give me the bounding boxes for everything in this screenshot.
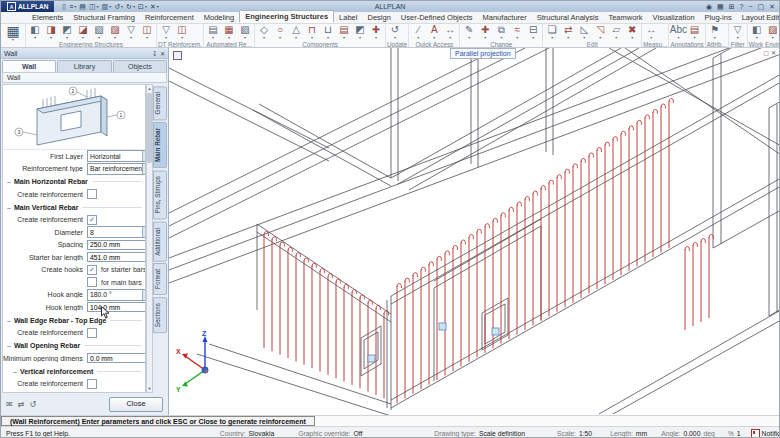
collapse-icon[interactable]: – bbox=[7, 317, 11, 324]
engineering-structures-tool-4-icon[interactable]: ◪▾ bbox=[75, 24, 91, 40]
dropdown-caret-icon[interactable]: ▾ bbox=[375, 36, 377, 40]
viewport-menu-icon[interactable] bbox=[173, 51, 182, 60]
dropdown-caret-icon[interactable]: ▾ bbox=[714, 36, 716, 40]
dropdown-caret-icon[interactable]: ▾ bbox=[50, 36, 52, 40]
main-horizontal-rebar-section[interactable]: –Main Horizontal Rebar bbox=[3, 175, 145, 188]
dropdown-caret-icon[interactable]: ▾ bbox=[772, 36, 774, 40]
work-environment-tool-2-icon[interactable]: ▨▾ bbox=[765, 24, 779, 40]
reinforcement-type-select[interactable]: Bar reinforcement▾ bbox=[87, 163, 146, 175]
change-tool-1-icon[interactable]: ✎▾ bbox=[461, 24, 477, 40]
dropdown-caret-icon[interactable]: ▾ bbox=[359, 36, 361, 40]
menu-tab-reinforcement[interactable]: Reinforcement bbox=[140, 12, 199, 23]
edit-tool-4-icon[interactable]: ◹▾ bbox=[592, 24, 608, 40]
create-hooks-main-checkbox[interactable] bbox=[87, 277, 97, 287]
menu-tab-layout-editor[interactable]: Layout Editor bbox=[737, 12, 780, 23]
minimum-opening-dimension-input[interactable] bbox=[87, 353, 146, 363]
dropdown-caret-icon[interactable]: ▾ bbox=[98, 36, 100, 40]
notifications-button[interactable]: Notifications bbox=[751, 429, 780, 438]
dropdown-caret-icon[interactable]: ▾ bbox=[468, 36, 470, 40]
edit-tool-5-icon[interactable]: ▱▾ bbox=[608, 24, 624, 40]
pin-icon[interactable]: ↧ bbox=[152, 50, 157, 57]
menu-tab-elements[interactable]: Elements bbox=[27, 12, 68, 23]
components-tool-7-icon[interactable]: ◩▾ bbox=[352, 24, 368, 40]
change-tool-5-icon[interactable]: ⊟▾ bbox=[525, 24, 541, 40]
wer-create-reinforcement-checkbox[interactable] bbox=[87, 328, 97, 338]
dropdown-caret-icon[interactable]: ▾ bbox=[146, 36, 148, 40]
dropdown-caret-icon[interactable]: ▾ bbox=[311, 36, 313, 40]
first-layer-select[interactable]: Horizontal▾ bbox=[87, 150, 146, 162]
edit-tool-2-icon[interactable]: ⇄▾ bbox=[560, 24, 576, 40]
dropdown-caret-icon[interactable]: ▾ bbox=[244, 36, 246, 40]
dropdown-caret-icon[interactable]: ▾ bbox=[737, 36, 739, 40]
hook-length-input[interactable] bbox=[87, 302, 146, 312]
mvr-create-reinforcement-checkbox[interactable]: ✓ bbox=[87, 215, 97, 225]
engineering-structures-tool-6-icon[interactable]: ▨▾ bbox=[107, 24, 123, 40]
vr-create-reinforcement-checkbox[interactable] bbox=[87, 379, 97, 389]
palette-close-icon[interactable]: ✕ bbox=[160, 50, 165, 57]
dropdown-caret-icon[interactable]: ▾ bbox=[650, 36, 652, 40]
annotations-tool-2-icon[interactable]: ▤▾ bbox=[686, 24, 702, 40]
dropdown-caret-icon[interactable]: ▾ bbox=[279, 36, 281, 40]
mhr-create-reinforcement-checkbox[interactable] bbox=[87, 189, 97, 199]
menu-tab-visualization[interactable]: Visualization bbox=[648, 12, 700, 23]
components-tool-8-icon[interactable]: ✚▾ bbox=[368, 24, 384, 40]
components-tool-4-icon[interactable]: ⊓▾ bbox=[304, 24, 320, 40]
attributes-tool-1-icon[interactable]: ⚑▾ bbox=[707, 24, 723, 40]
side-tab-general[interactable]: General bbox=[153, 86, 167, 120]
menu-tab-design[interactable]: Design bbox=[362, 12, 395, 23]
handle-left-window[interactable] bbox=[368, 355, 375, 362]
menu-tab-plug-ins[interactable]: Plug-ins bbox=[700, 12, 737, 23]
quick-access-tool-2-icon[interactable]: A▾ bbox=[426, 24, 442, 40]
create-hooks-starter-checkbox[interactable]: ✓ bbox=[87, 265, 97, 275]
automated-reinforcement-tool-3-icon[interactable]: ▧▾ bbox=[237, 24, 253, 40]
dropdown-caret-icon[interactable]: ▾ bbox=[417, 36, 419, 40]
dropdown-caret-icon[interactable]: ▾ bbox=[343, 36, 345, 40]
engineering-structures-tool-3-icon[interactable]: ◩▾ bbox=[59, 24, 75, 40]
vertical-reinforcement-section[interactable]: –Vertical reinforcement bbox=[3, 365, 145, 378]
dropdown-caret-icon[interactable]: ▾ bbox=[394, 36, 396, 40]
dropdown-caret-icon[interactable]: ▾ bbox=[228, 36, 230, 40]
wall-tool-tool-1-icon[interactable]: ▦▾ bbox=[2, 24, 24, 42]
scroll-up-icon[interactable]: ▲ bbox=[147, 85, 152, 92]
quick-access-tool-3-icon[interactable]: ↔▾ bbox=[442, 24, 458, 40]
transfer-icon[interactable]: ⇄ bbox=[18, 400, 25, 409]
hook-angle-select[interactable]: 180.0 °▾ bbox=[87, 289, 146, 301]
automated-reinforcement-tool-2-icon[interactable]: ▦▾ bbox=[221, 24, 237, 40]
dt-reinforcement-tool-2-icon[interactable]: ◫▾ bbox=[174, 24, 190, 40]
dt-reinforcement-tool-1-icon[interactable]: ▽▾ bbox=[158, 24, 174, 40]
dropdown-caret-icon[interactable]: ▾ bbox=[130, 36, 132, 40]
diameter-select[interactable]: 8▾ bbox=[87, 226, 146, 238]
quick-access-tool-1-icon[interactable]: ∕▾ bbox=[410, 24, 426, 40]
wall-opening-rebar-section[interactable]: –Wall Opening Rebar bbox=[3, 339, 145, 352]
components-tool-2-icon[interactable]: ○▾ bbox=[272, 24, 288, 40]
main-vertical-rebar-section[interactable]: –Main Vertical Rebar bbox=[3, 201, 145, 214]
dropdown-caret-icon[interactable]: ▾ bbox=[12, 38, 14, 42]
dropdown-caret-icon[interactable]: ▾ bbox=[516, 36, 518, 40]
engineering-structures-tool-1-icon[interactable]: ◧▾ bbox=[27, 24, 43, 40]
dropdown-caret-icon[interactable]: ▾ bbox=[114, 36, 116, 40]
scrollbar-thumb[interactable] bbox=[147, 93, 152, 163]
palette-header[interactable]: Wall ↧ ✕ bbox=[1, 48, 168, 59]
dropdown-caret-icon[interactable]: ▾ bbox=[615, 36, 617, 40]
dropdown-caret-icon[interactable]: ▾ bbox=[693, 36, 695, 40]
dropdown-caret-icon[interactable]: ▾ bbox=[532, 36, 534, 40]
dropdown-caret-icon[interactable]: ▾ bbox=[181, 36, 183, 40]
update-tool-1-icon[interactable]: ↺▾ bbox=[387, 24, 403, 40]
edit-tool-1-icon[interactable]: ❏▾ bbox=[544, 24, 560, 40]
palette-tab-library[interactable]: Library bbox=[57, 60, 111, 72]
undo-icon[interactable]: ↺ bbox=[29, 400, 36, 409]
change-tool-2-icon[interactable]: ✚▾ bbox=[477, 24, 493, 40]
dropdown-caret-icon[interactable]: ▾ bbox=[82, 36, 84, 40]
collapse-icon[interactable]: – bbox=[13, 368, 17, 375]
menu-tab-user-defined-objects[interactable]: User-Defined Objects bbox=[396, 12, 478, 23]
dropdown-caret-icon[interactable]: ▾ bbox=[551, 36, 553, 40]
components-tool-5-icon[interactable]: ⊔▾ bbox=[320, 24, 336, 40]
palette-tab-wall[interactable]: Wall bbox=[2, 60, 56, 72]
annotations-tool-1-icon[interactable]: Abc▾ bbox=[670, 24, 686, 40]
menu-tab-structural-analysis[interactable]: Structural Analysis bbox=[532, 12, 604, 23]
engineering-structures-tool-8-icon[interactable]: ◫▾ bbox=[139, 24, 155, 40]
collapse-icon[interactable]: – bbox=[7, 342, 11, 349]
menu-tab-label[interactable]: Label bbox=[334, 12, 362, 23]
side-tab-additional[interactable]: Additional bbox=[153, 222, 167, 262]
menu-tab-teamwork[interactable]: Teamwork bbox=[603, 12, 647, 23]
